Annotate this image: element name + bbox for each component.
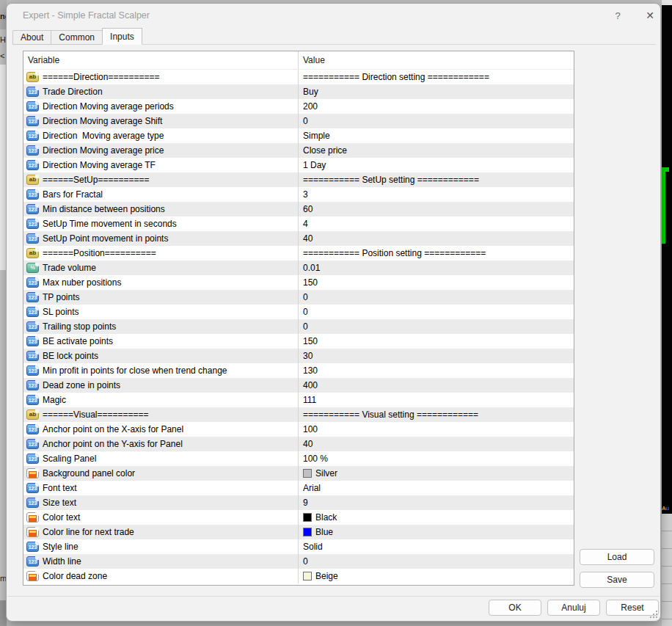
table-row[interactable]: 123 Scaling Panel 100 % <box>23 451 574 466</box>
value-cell[interactable]: 150 <box>298 334 574 349</box>
variable-cell[interactable]: ab ======SetUp========== <box>23 172 298 187</box>
variable-cell[interactable]: 123 Style line <box>23 539 298 554</box>
variable-cell[interactable]: ½ Trade volume <box>23 261 298 275</box>
variable-cell[interactable]: 123 Font text <box>23 481 298 495</box>
table-row[interactable]: 123 Trade Direction Buy <box>23 84 574 99</box>
value-cell[interactable]: Close price <box>298 143 574 158</box>
variable-cell[interactable]: 123 Min profit in points for close when … <box>23 363 298 378</box>
value-cell[interactable]: Arial <box>298 481 574 495</box>
variable-cell[interactable]: 123 Direction Moving average periods <box>23 99 298 114</box>
variable-cell[interactable]: 123 Size text <box>23 495 298 510</box>
variable-cell[interactable]: 123 Trailing stop points <box>23 319 298 334</box>
table-row[interactable]: 123 SetUp Time movement in seconds 4 <box>23 216 574 231</box>
value-cell[interactable]: 60 <box>298 202 574 216</box>
value-cell[interactable]: 100 <box>298 422 574 437</box>
value-cell[interactable]: 3 <box>298 187 574 202</box>
table-row[interactable]: 123 Direction Moving average type Simple <box>23 128 574 143</box>
close-button[interactable]: ✕ <box>639 8 661 23</box>
table-row[interactable]: 123 Direction Moving average periods 200 <box>23 99 574 114</box>
variable-cell[interactable]: 123 Width line <box>23 554 298 569</box>
table-row[interactable]: 123 BE activate points 150 <box>23 334 574 349</box>
value-cell[interactable]: Beige <box>298 569 574 583</box>
variable-cell[interactable]: 123 Bars for Fractal <box>23 187 298 202</box>
value-cell[interactable]: 111 <box>298 393 574 407</box>
value-cell[interactable]: 4 <box>298 216 574 231</box>
variable-cell[interactable]: 123 Anchor point on the X-axis for Panel <box>23 422 298 437</box>
table-row[interactable]: 123 Size text 9 <box>23 495 574 510</box>
value-cell[interactable]: 0 <box>298 554 574 569</box>
table-row[interactable]: Color dead zone Beige <box>23 569 574 583</box>
variable-cell[interactable]: ab ======Visual========== <box>23 407 298 422</box>
value-cell[interactable]: 0 <box>298 114 574 128</box>
cancel-button[interactable]: Anuluj <box>547 600 600 616</box>
value-cell[interactable]: 0 <box>298 305 574 319</box>
value-cell[interactable]: Solid <box>298 539 574 554</box>
variable-cell[interactable]: ab ======Position========== <box>23 246 298 261</box>
table-row[interactable]: 123 TP points 0 <box>23 290 574 305</box>
table-row[interactable]: 123 Dead zone in points 400 <box>23 378 574 393</box>
value-cell[interactable]: 150 <box>298 275 574 290</box>
table-row[interactable]: Color text Black <box>23 510 574 525</box>
value-cell[interactable]: Buy <box>298 84 574 99</box>
ok-button[interactable]: OK <box>489 600 541 616</box>
table-row[interactable]: ab ======SetUp========== =========== Set… <box>23 172 574 187</box>
variable-cell[interactable]: 123 Dead zone in points <box>23 378 298 393</box>
variable-cell[interactable]: 123 TP points <box>23 290 298 305</box>
table-row[interactable]: 123 Bars for Fractal 3 <box>23 187 574 202</box>
resize-grip[interactable] <box>650 611 657 618</box>
value-cell[interactable]: Simple <box>298 128 574 143</box>
value-cell[interactable]: 100 % <box>298 451 574 466</box>
variable-cell[interactable]: 123 SetUp Point movement in points <box>23 231 298 246</box>
value-cell[interactable]: 40 <box>298 231 574 246</box>
table-row[interactable]: 123 SL points 0 <box>23 305 574 319</box>
table-row[interactable]: 123 SetUp Point movement in points 40 <box>23 231 574 246</box>
variable-cell[interactable]: 123 Trade Direction <box>23 84 298 99</box>
save-button[interactable]: Save <box>580 572 654 588</box>
variable-cell[interactable]: 123 Direction Moving average TF <box>23 158 298 172</box>
value-cell[interactable]: 0 <box>298 319 574 334</box>
variable-cell[interactable]: 123 BE lock points <box>23 349 298 363</box>
value-cell[interactable]: Silver <box>298 466 574 481</box>
table-row[interactable]: Color line for next trade Blue <box>23 525 574 539</box>
table-row[interactable]: 123 Min distance between positions 60 <box>23 202 574 216</box>
table-row[interactable]: 123 Width line 0 <box>23 554 574 569</box>
variable-cell[interactable]: 123 Direction Moving average Shift <box>23 114 298 128</box>
table-row[interactable]: 123 Direction Moving average Shift 0 <box>23 114 574 128</box>
table-row[interactable]: ab ======Position========== =========== … <box>23 246 574 261</box>
variable-cell[interactable]: Color text <box>23 510 298 525</box>
value-cell[interactable]: 0 <box>298 290 574 305</box>
variable-cell[interactable]: 123 Max nuber positions <box>23 275 298 290</box>
table-row[interactable]: ab ======Direction========== ===========… <box>23 70 574 84</box>
tab-about[interactable]: About <box>12 30 51 45</box>
load-button[interactable]: Load <box>580 549 654 565</box>
value-cell[interactable]: 9 <box>298 495 574 510</box>
variable-cell[interactable]: 123 Anchor point on the Y-axis for Panel <box>23 437 298 451</box>
value-cell[interactable]: 30 <box>298 349 574 363</box>
value-cell[interactable]: =========== Position setting ===========… <box>298 246 574 261</box>
value-cell[interactable]: 1 Day <box>298 158 574 172</box>
table-row[interactable]: 123 Anchor point on the Y-axis for Panel… <box>23 437 574 451</box>
table-row[interactable]: 123 Max nuber positions 150 <box>23 275 574 290</box>
value-cell[interactable]: =========== Direction setting ==========… <box>298 70 574 84</box>
tab-common[interactable]: Common <box>51 30 102 45</box>
tab-inputs[interactable]: Inputs <box>102 28 142 45</box>
variable-cell[interactable]: 123 SL points <box>23 305 298 319</box>
variable-cell[interactable]: 123 SetUp Time movement in seconds <box>23 216 298 231</box>
variable-cell[interactable]: Background panel color <box>23 466 298 481</box>
value-cell[interactable]: 40 <box>298 437 574 451</box>
value-cell[interactable]: =========== SetUp setting ============ <box>298 172 574 187</box>
table-row[interactable]: 123 Min profit in points for close when … <box>23 363 574 378</box>
variable-cell[interactable]: 123 Direction Moving average type <box>23 128 298 143</box>
variable-cell[interactable]: ab ======Direction========== <box>23 70 298 84</box>
table-row[interactable]: ½ Trade volume 0.01 <box>23 261 574 275</box>
value-cell[interactable]: =========== Visual setting ============ <box>298 407 574 422</box>
table-row[interactable]: 123 Trailing stop points 0 <box>23 319 574 334</box>
variable-cell[interactable]: 123 Min distance between positions <box>23 202 298 216</box>
value-cell[interactable]: Black <box>298 510 574 525</box>
table-row[interactable]: 123 Direction Moving average TF 1 Day <box>23 158 574 172</box>
table-row[interactable]: 123 Font text Arial <box>23 481 574 495</box>
variable-cell[interactable]: Color dead zone <box>23 569 298 583</box>
table-row[interactable]: ab ======Visual========== =========== Vi… <box>23 407 574 422</box>
table-row[interactable]: Background panel color Silver <box>23 466 574 481</box>
value-cell[interactable]: 400 <box>298 378 574 393</box>
